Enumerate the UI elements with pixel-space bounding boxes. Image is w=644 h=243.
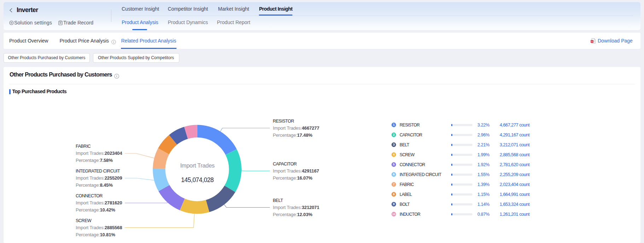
svg-text:PDF: PDF (591, 41, 593, 42)
